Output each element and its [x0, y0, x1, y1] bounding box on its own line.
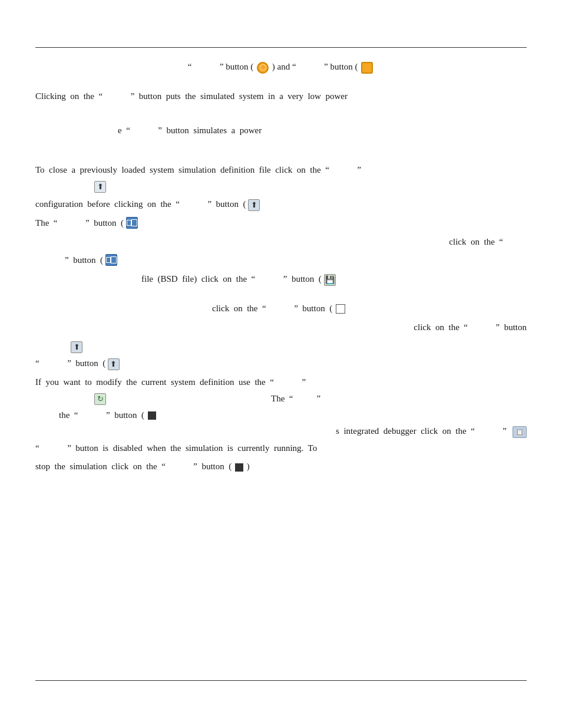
para11-gap	[80, 407, 104, 424]
para9-pre: “	[35, 358, 39, 368]
para7-gap	[268, 301, 292, 317]
para3-gap	[332, 162, 355, 179]
upload-icon-line: ⬆	[35, 181, 527, 193]
power-button-icon: ◯	[257, 62, 269, 74]
stop-sim-icon	[235, 463, 243, 472]
gap-after-intro	[35, 78, 527, 88]
gap-1	[194, 59, 217, 75]
para4-end: ” button (	[207, 199, 246, 209]
para5c-text: ” button (	[65, 255, 103, 265]
para8-text: click on the “	[414, 322, 468, 332]
para9-icon: ⬆	[108, 358, 120, 370]
para-save-btn: The “ ” button (	[35, 215, 527, 232]
stop-button-icon	[361, 62, 373, 74]
para9-gap	[41, 355, 65, 372]
page: “ ” button ( ◯ ) and “ ” button ( Clicki…	[0, 0, 562, 728]
para6-end: ” button (	[283, 274, 322, 284]
para11-end: ” button (	[106, 410, 144, 420]
para2-gap	[133, 123, 156, 139]
open-quote-1: “	[188, 62, 192, 71]
para11: the “ ” button (	[35, 407, 527, 424]
gap-2	[35, 107, 527, 118]
config-button-icon: ⬆	[248, 199, 260, 211]
and-text: ) and “	[272, 62, 296, 71]
para-click8: click on the “ ” button	[35, 319, 527, 336]
para-close-file: To close a previously loaded system simu…	[35, 162, 527, 179]
para10-text: If you want to modify the current system…	[35, 377, 274, 387]
para2-pre: e “	[118, 126, 130, 135]
close-file-icon: ⬆	[94, 181, 106, 193]
para12-wrap: s integrated debugger click on the “ ” 📋	[35, 426, 527, 438]
para4-text: configuration before clicking on the “	[35, 199, 180, 209]
para12b-gap	[41, 440, 65, 457]
para11-text: the “	[59, 410, 78, 420]
para-click8-wrap: click on the “ ” button	[35, 319, 527, 338]
para1-text: Clicking on the “	[35, 91, 103, 101]
content-area: “ ” button ( ◯ ) and “ ” button ( Clicki…	[35, 59, 527, 669]
top-rule	[35, 47, 527, 48]
para8-gap	[470, 319, 494, 336]
bsd-button-icon: 💾	[324, 274, 336, 286]
stop-btn-icon	[148, 411, 156, 420]
para5-end: ” button (	[85, 218, 124, 228]
para-modify: If you want to modify the current system…	[35, 374, 527, 391]
para6-gap	[257, 271, 281, 288]
para12b-pre: “	[35, 443, 39, 453]
closing-paren: )	[247, 462, 250, 471]
para-click7: click on the “ ” button (	[35, 301, 527, 317]
para9-end: ” button (	[67, 358, 105, 368]
para12b-end: ” button is disabled when the simulation…	[67, 443, 317, 453]
para-power-sim: e “ ” button simulates a power	[35, 123, 527, 139]
para10-icon-line: ↻ The “ ”	[35, 393, 527, 405]
para8-icon-line: ⬆	[35, 341, 527, 353]
save2-icon	[105, 254, 117, 266]
intro-line: “ ” button ( ◯ ) and “ ” button (	[35, 59, 527, 75]
para5b-text: click on the “	[449, 237, 503, 246]
para-config: configuration before clicking on the “ ”…	[35, 196, 527, 213]
para13-gap	[168, 459, 191, 475]
para12-end: ”	[503, 426, 507, 436]
para13-end: ” button (	[193, 462, 232, 471]
para-stop: stop the simulation click on the “ ” but…	[35, 459, 527, 475]
para3-end: ”	[357, 165, 361, 174]
para10b-gap	[293, 394, 316, 404]
para8-end: ” button	[496, 322, 527, 332]
para10-gap	[276, 374, 300, 391]
white-sq-icon	[336, 304, 345, 314]
gap-2	[298, 59, 322, 75]
para-low-power: Clicking on the “ ” button puts the simu…	[35, 88, 527, 105]
close-quote-2: ” button (	[324, 62, 358, 71]
para10b-text: The “	[271, 394, 293, 404]
para-bsd-file: file (BSD file) click on the “ ” button …	[35, 271, 527, 288]
para5-text: The “	[35, 218, 57, 228]
para12-gap	[477, 426, 501, 436]
para5b-line: click on the “	[35, 234, 527, 251]
para5-gap	[59, 215, 83, 232]
gap-4	[35, 290, 527, 301]
debug-icon: 📋	[513, 426, 527, 438]
para2-post: ” button simulates a power	[158, 126, 262, 135]
para6-text: file (BSD file) click on the “	[141, 274, 255, 284]
gap-3b	[35, 151, 527, 162]
para8-icon: ⬆	[71, 341, 82, 353]
para12-text: s integrated debugger click on the “	[336, 426, 475, 436]
bottom-rule	[35, 680, 527, 681]
para4-gap	[182, 196, 206, 213]
para5c-line: ” button (	[35, 252, 527, 269]
close-quote-1: ” button (	[220, 62, 254, 71]
para10-end: ”	[302, 377, 306, 387]
para3-text: To close a previously loaded system simu…	[35, 165, 329, 174]
para7-text: click on the “	[212, 304, 266, 313]
modify-icon: ↻	[94, 393, 106, 405]
para10b-end: ”	[316, 394, 320, 404]
para1-gap	[105, 88, 128, 105]
para1-cont: ” button puts the simulated system in a …	[131, 91, 348, 101]
save1-icon	[126, 217, 138, 229]
para9: “ ” button ( ⬆	[35, 355, 527, 372]
para7-end: ” button (	[294, 304, 332, 313]
para13-text: stop the simulation click on the “	[35, 462, 166, 471]
para12b: “ ” button is disabled when the simulati…	[35, 440, 527, 457]
gap-3	[35, 141, 527, 151]
gap-2b	[35, 118, 527, 123]
